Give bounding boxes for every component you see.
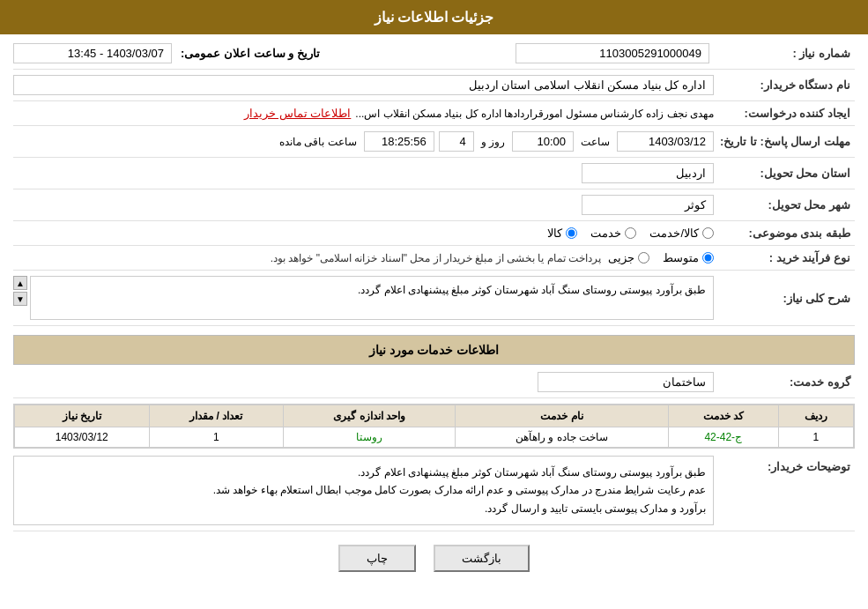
group-khadamat-value: ساختمان [538, 372, 714, 392]
col-kod: کد خدمت [668, 405, 778, 427]
scroll-down-icon[interactable]: ▼ [13, 292, 27, 306]
ijad-konande-label: ایجاد کننده درخواست: [714, 107, 855, 120]
col-tarikh: تاریخ نیاز [15, 405, 150, 427]
tarikh-aelan-label: تاریخ و ساعت اعلان عمومی: [181, 47, 320, 60]
tabaqebandi-group: کالا/خدمت خدمت کالا [547, 227, 714, 240]
saat-label: ساعت [581, 136, 610, 148]
ostan-value: اردبیل [582, 163, 714, 183]
sharh-koli-value: طبق برآورد پیوستی روستای سنگ آباد شهرستا… [30, 276, 714, 320]
mohlat-saat: 10:00 [512, 131, 574, 152]
col-vahed: واحد اندازه گیری [283, 405, 455, 427]
table-row: 1 ج-42-42 ساخت جاده و راهآهن روستا 1 140… [15, 427, 854, 448]
roz-label: روز و [481, 136, 505, 148]
tarikh-aelan-value: 1403/03/07 - 13:45 [13, 43, 172, 63]
page-header: جزئیات اطلاعات نیاز [0, 0, 868, 34]
cell-tedad: 1 [149, 427, 283, 448]
col-tedad: تعداد / مقدار [149, 405, 283, 427]
tosih-khridar-label: توضیحات خریدار: [714, 460, 855, 473]
shomare-niaz-label: شماره نیاز : [714, 47, 855, 60]
chap-button[interactable]: چاپ [338, 545, 416, 572]
radio-khadamat[interactable]: خدمت [590, 227, 636, 240]
shahr-label: شهر محل تحویل: [714, 198, 855, 212]
col-radif: ردیف [778, 405, 853, 427]
cell-vahed: روستا [283, 427, 455, 448]
baqi-label: ساعت باقی مانده [279, 136, 357, 148]
noe-farayand-group: متوسط جزیی [608, 251, 714, 264]
col-nam: نام خدمت [456, 405, 668, 427]
nam-dastgah-value: اداره کل بنیاد مسکن انقلاب اسلامی استان … [13, 75, 714, 95]
noe-farayand-note: پرداخت تمام یا بخشی از مبلغ خریدار از مح… [271, 252, 601, 264]
cell-nam: ساخت جاده و راهآهن [456, 427, 668, 448]
nam-dastgah-label: نام دستگاه خریدار: [714, 78, 855, 92]
ijad-konande-value: مهدی نجف زاده کارشناس مسئول امورقرارداده… [355, 108, 714, 120]
tabaqebandi-label: طبقه بندی موضوعی: [714, 227, 855, 240]
radio-kala[interactable]: کالا [547, 227, 577, 240]
tosih-khridar-value: طبق برآورد پیوستی روستای سنگ آباد شهرستا… [13, 456, 714, 525]
sharh-scroll-buttons: ▲ ▼ [13, 276, 27, 320]
mohlat-baqi: 18:25:56 [364, 131, 434, 152]
cell-radif: 1 [778, 427, 853, 448]
group-khadamat-label: گروه خدمت: [714, 375, 855, 389]
cell-tarikh: 1403/03/12 [15, 427, 150, 448]
contact-link[interactable]: اطلاعات تماس خریدار [244, 107, 351, 120]
services-table: ردیف کد خدمت نام خدمت واحد اندازه گیری ت… [13, 404, 855, 449]
mohlat-date: 1403/03/12 [617, 131, 714, 152]
khadamat-section-header: اطلاعات خدمات مورد نیاز [13, 335, 855, 365]
cell-kod: ج-42-42 [668, 427, 778, 448]
radio-jozi[interactable]: جزیی [608, 251, 649, 264]
ostan-label: استان محل تحویل: [714, 167, 855, 180]
sharh-koli-label: شرح کلی نیاز: [714, 292, 855, 305]
footer-buttons: بازگشت چاپ [13, 545, 855, 572]
radio-motavaset[interactable]: متوسط [663, 251, 714, 264]
noe-farayand-label: نوع فرآیند خرید : [714, 251, 855, 264]
mohlat-roz: 4 [439, 131, 474, 152]
bazgasht-button[interactable]: بازگشت [434, 545, 530, 572]
shahr-value: کوثر [582, 195, 714, 215]
shomare-niaz-value: 1103005291000049 [516, 43, 709, 63]
scroll-up-icon[interactable]: ▲ [13, 276, 27, 290]
radio-kala-khadamat[interactable]: کالا/خدمت [649, 227, 714, 240]
mohlat-ersal-label: مهلت ارسال پاسخ: تا تاریخ: [714, 135, 855, 148]
